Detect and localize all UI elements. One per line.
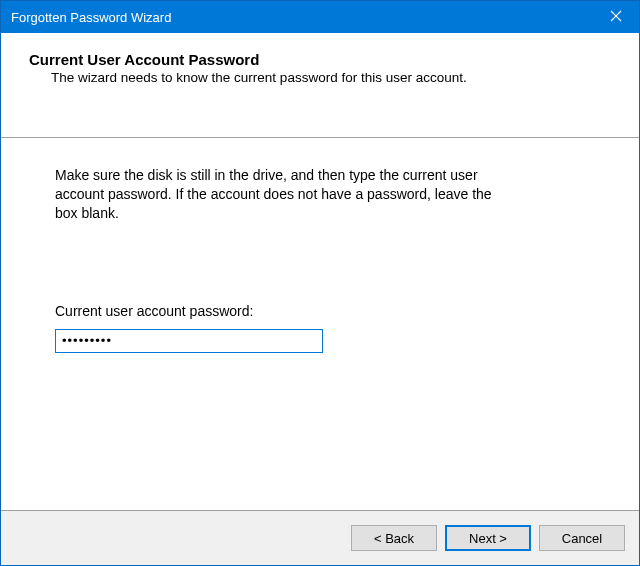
close-button[interactable]	[593, 1, 639, 33]
titlebar: Forgotten Password Wizard	[1, 1, 639, 33]
wizard-window: Forgotten Password Wizard Current User A…	[0, 0, 640, 566]
wizard-footer: < Back Next > Cancel	[1, 511, 639, 565]
window-title: Forgotten Password Wizard	[11, 10, 171, 25]
close-icon	[610, 10, 622, 25]
wizard-content: Make sure the disk is still in the drive…	[1, 138, 639, 511]
page-subtitle: The wizard needs to know the current pas…	[29, 70, 619, 85]
back-button[interactable]: < Back	[351, 525, 437, 551]
password-input[interactable]	[55, 329, 323, 353]
instruction-text: Make sure the disk is still in the drive…	[55, 166, 495, 223]
password-label: Current user account password:	[55, 303, 589, 319]
page-title: Current User Account Password	[29, 51, 619, 68]
wizard-header: Current User Account Password The wizard…	[1, 33, 639, 138]
next-button[interactable]: Next >	[445, 525, 531, 551]
cancel-button[interactable]: Cancel	[539, 525, 625, 551]
